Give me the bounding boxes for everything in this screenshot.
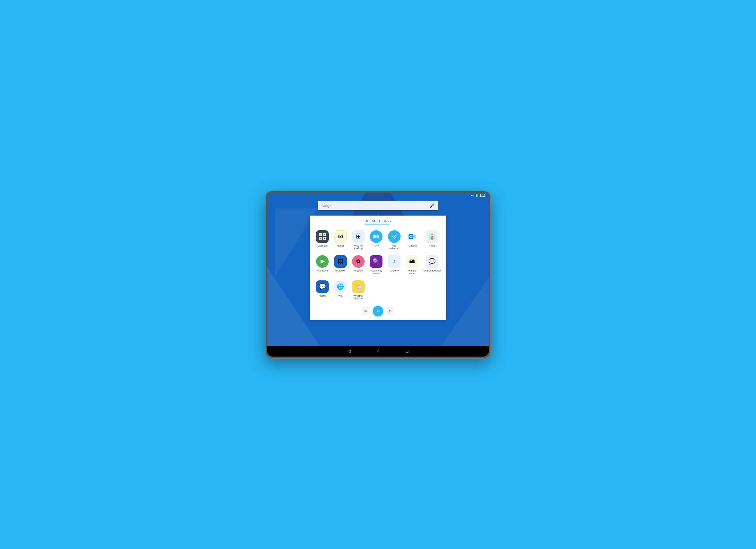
app-icon-quickpic: 🖼 <box>334 255 347 268</box>
app-icon-mpp <box>370 230 382 243</box>
edit-button[interactable]: ✏ <box>362 307 370 315</box>
app-label-searchbyimage: *Search By Image <box>369 269 384 275</box>
svg-rect-4 <box>413 235 416 238</box>
app-drawer: DEFAULT TAB ▾ −÷+=*Calculator✉*Email⊞*Ke… <box>310 216 446 320</box>
app-icon-calculator: −÷+= <box>316 230 329 243</box>
svg-rect-1 <box>377 235 379 238</box>
app-item-via[interactable]: 🌐*Via <box>332 278 349 302</box>
tab-header[interactable]: DEFAULT TAB ▾ <box>310 216 446 226</box>
mic-icon[interactable]: 🎤 <box>429 203 435 208</box>
app-icon-via: 🌐 <box>334 280 347 293</box>
app-icon-outlook: O <box>406 230 418 243</box>
app-label-rippple: *Rippple <box>354 269 363 272</box>
settings-button[interactable]: ⚙ <box>386 307 394 315</box>
snowflake-button[interactable]: ❄ <box>373 306 383 316</box>
wifi-icon: ▾▾ <box>471 194 474 197</box>
search-placeholder: Google <box>321 204 429 208</box>
app-icon-pushbullet <box>316 255 329 268</box>
drawer-toolbar: ✏ ❄ ⚙ <box>310 304 446 318</box>
app-label-pushbullet: *Pushbullet <box>316 269 328 272</box>
app-item-calculator[interactable]: −÷+=*Calculator <box>314 228 331 252</box>
app-item-shuttleplus[interactable]: ♪*Shuttle+ <box>386 253 403 277</box>
recents-button[interactable]: □ <box>406 349 408 354</box>
app-item-smshelper[interactable]: 💬*SmsCodeHelper <box>422 253 442 277</box>
app-label-keyline: *Keyline Pushing <box>351 244 366 250</box>
settings-icon: ⚙ <box>389 309 392 313</box>
edit-icon: ✏ <box>364 309 367 313</box>
status-icons: ▾▾ 🔋 1:13 <box>471 194 486 197</box>
app-icon-nowakelock: ⊘ <box>388 230 401 243</box>
app-label-smshelper: *SmsCodeHelper <box>423 269 441 272</box>
app-icon-plaid: 👔 <box>426 230 438 243</box>
home-button[interactable]: ○ <box>377 349 380 354</box>
snowflake-icon: ❄ <box>376 308 380 314</box>
app-label-calculator: *Calculator <box>317 244 328 247</box>
app-icon-keyline: ⊞ <box>352 230 365 243</box>
search-bar[interactable]: Google 🎤 <box>318 201 438 210</box>
app-label-outlook: *Outlook <box>408 244 417 247</box>
app-item-searchbyimage[interactable]: 🔍*Search By Image <box>368 253 385 277</box>
app-label-mpp: *M++ <box>374 244 379 247</box>
app-item-outlook[interactable]: O *Outlook <box>404 228 421 252</box>
app-item-email[interactable]: ✉*Email <box>332 228 349 252</box>
app-grid: −÷+=*Calculator✉*Email⊞*Keyline Pushing … <box>310 226 446 305</box>
android-screen: ▾▾ 🔋 1:13 Google 🎤 DEFAULT TAB ▾ <box>267 193 489 346</box>
app-icon-smshelper: 💬 <box>426 255 438 268</box>
app-label-nowakelock: *No WakeLock <box>387 244 402 250</box>
app-icon-simplypaper: 🏔 <box>406 255 418 268</box>
battery-icon: 🔋 <box>475 194 479 197</box>
app-item-rippple[interactable]: ✿*Rippple <box>350 253 367 277</box>
app-label-plaid: *Plaid <box>429 244 435 247</box>
svg-rect-0 <box>374 235 376 238</box>
app-item-mpp[interactable]: *M++ <box>368 228 385 252</box>
app-item-pushbullet[interactable]: *Pushbullet <box>314 253 331 277</box>
app-item-simplypaper[interactable]: 🏔*Simply Paper <box>404 253 421 277</box>
app-icon-weather: ⛅ <box>352 280 365 293</box>
app-label-quickpic: *QuickPic <box>335 269 345 272</box>
default-tab-label[interactable]: DEFAULT TAB <box>365 219 389 224</box>
app-label-email: *Email <box>337 244 344 247</box>
app-label-textra: *Textra <box>319 295 326 297</box>
app-item-plaid[interactable]: 👔*Plaid <box>422 228 442 252</box>
app-icon-searchbyimage: 🔍 <box>370 255 382 268</box>
back-button[interactable]: ◁ <box>348 349 351 354</box>
app-icon-email: ✉ <box>334 230 347 243</box>
app-item-textra[interactable]: 💬*Textra <box>314 278 331 302</box>
app-item-weather[interactable]: ⛅*Weather Timeline <box>350 278 367 302</box>
app-item-keyline[interactable]: ⊞*Keyline Pushing <box>350 228 367 252</box>
clock: 1:13 <box>480 194 486 197</box>
app-item-nowakelock[interactable]: ⊘*No WakeLock <box>386 228 403 252</box>
search-bar-container: Google 🎤 <box>267 198 489 210</box>
status-bar: ▾▾ 🔋 1:13 <box>267 193 489 198</box>
tab-dropdown-arrow[interactable]: ▾ <box>390 220 391 223</box>
app-label-via: *Via <box>338 295 342 297</box>
app-label-shuttleplus: *Shuttle+ <box>389 269 399 272</box>
app-icon-textra: 💬 <box>316 280 329 293</box>
app-icon-rippple: ✿ <box>352 255 365 268</box>
app-icon-shuttleplus: ♪ <box>388 255 401 268</box>
app-item-quickpic[interactable]: 🖼*QuickPic <box>332 253 349 277</box>
svg-marker-5 <box>321 259 325 264</box>
nav-bar: ◁ ○ □ <box>267 346 489 357</box>
app-label-simplypaper: *Simply Paper <box>405 269 419 275</box>
tablet-screen: ▾▾ 🔋 1:13 Google 🎤 DEFAULT TAB ▾ <box>267 193 489 357</box>
svg-text:O: O <box>409 234 412 238</box>
tablet-device: ▾▾ 🔋 1:13 Google 🎤 DEFAULT TAB ▾ <box>265 191 491 359</box>
app-label-weather: *Weather Timeline <box>351 295 366 300</box>
